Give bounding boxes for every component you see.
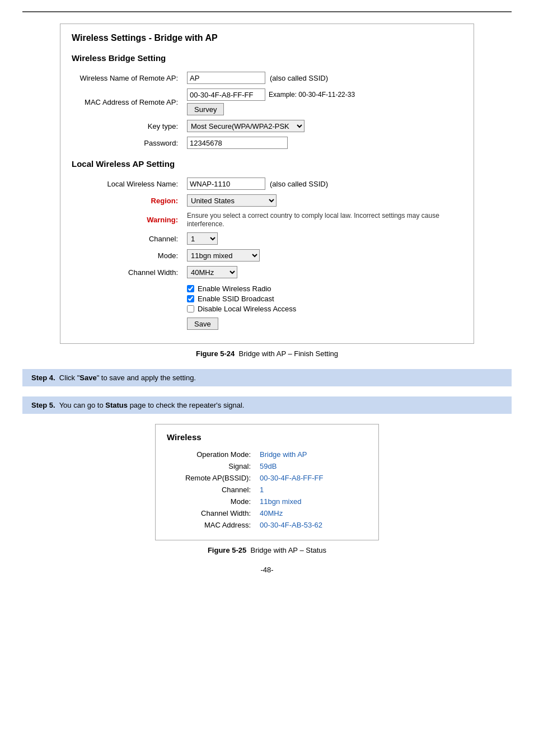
- password-input[interactable]: [187, 137, 288, 149]
- status-table: Operation Mode: Bridge with AP Signal: 5…: [167, 449, 367, 531]
- key-type-label: Key type:: [72, 118, 184, 134]
- channel-row: Channel: 1: [72, 230, 462, 247]
- key-type-select[interactable]: Most Secure(WPA/WPA2-PSK: [187, 120, 305, 132]
- channel-select[interactable]: 1: [187, 232, 218, 245]
- disable-local-wireless-checkbox[interactable]: [187, 305, 194, 312]
- status-label-5: Channel Width:: [167, 507, 256, 519]
- wireless-name-row: Wireless Name of Remote AP: (also called…: [72, 69, 462, 86]
- status-value-4: 11bgn mixed: [256, 496, 367, 507]
- region-row: Region: United States: [72, 192, 462, 209]
- local-name-input[interactable]: [187, 178, 265, 190]
- enable-wireless-radio-label: Enable Wireless Radio: [198, 284, 271, 293]
- local-section-title: Local Wireless AP Setting: [72, 159, 462, 169]
- wireless-name-label: Wireless Name of Remote AP:: [72, 69, 184, 86]
- ap-input-row: (also called SSID): [187, 72, 459, 84]
- status-label-6: MAC Address:: [167, 519, 256, 531]
- step5-text: You can go to Status page to check the r…: [59, 401, 245, 409]
- figure-25-desc: Bridge with AP – Status: [250, 546, 326, 554]
- channel-width-select[interactable]: 40MHz: [187, 266, 237, 278]
- status-value-1: 59dB: [256, 460, 367, 472]
- channel-value-cell: 1: [184, 230, 462, 247]
- local-name-hint: (also called SSID): [270, 180, 328, 188]
- status-value-2: 00-30-4F-A8-FF-FF: [256, 472, 367, 484]
- survey-button[interactable]: Survey: [187, 103, 224, 115]
- enable-ssid-row: Enable SSID Broadcast: [187, 295, 459, 303]
- step4-text: Click "Save" to save and apply the setti…: [59, 374, 196, 382]
- local-name-input-row: (also called SSID): [187, 178, 459, 190]
- mode-label: Mode:: [72, 247, 184, 264]
- warning-row: Warning: Ensure you select a correct cou…: [72, 209, 462, 230]
- bridge-form-table: Wireless Name of Remote AP: (also called…: [72, 69, 462, 151]
- figure-24-label: Figure 5-24: [196, 349, 235, 358]
- page-number: -48-: [22, 566, 512, 574]
- settings-title: Wireless Settings - Bridge with AP: [72, 33, 462, 43]
- status-row-2: Remote AP(BSSID): 00-30-4F-A8-FF-FF: [167, 472, 367, 484]
- channel-width-row: Channel Width: 40MHz: [72, 264, 462, 281]
- enable-wireless-radio-checkbox[interactable]: [187, 285, 194, 292]
- enable-wireless-row: Enable Wireless Radio Enable SSID Broadc…: [72, 281, 462, 332]
- disable-local-wireless-label: Disable Local Wireless Access: [198, 305, 296, 313]
- save-button[interactable]: Save: [187, 318, 218, 330]
- status-label-3: Channel:: [167, 484, 256, 496]
- save-btn-container: Save: [187, 318, 459, 330]
- mode-row: Mode: 11bgn mixed: [72, 247, 462, 264]
- step5-status-bold: Status: [105, 401, 128, 409]
- enable-ssid-label: Enable SSID Broadcast: [198, 295, 274, 303]
- status-row-4: Mode: 11bgn mixed: [167, 496, 367, 507]
- status-label-0: Operation Mode:: [167, 449, 256, 460]
- step5-label: Step 5.: [31, 401, 55, 409]
- key-type-value-cell: Most Secure(WPA/WPA2-PSK: [184, 118, 462, 134]
- status-row-1: Signal: 59dB: [167, 460, 367, 472]
- channel-width-label: Channel Width:: [72, 264, 184, 281]
- warning-label: Warning:: [72, 209, 184, 230]
- enable-ssid-checkbox[interactable]: [187, 295, 194, 302]
- mode-value-cell: 11bgn mixed: [184, 247, 462, 264]
- password-label: Password:: [72, 134, 184, 151]
- status-value-5: 40MHz: [256, 507, 367, 519]
- warning-value-cell: Ensure you select a correct country to c…: [184, 209, 462, 230]
- enable-wireless-value-cell: Enable Wireless Radio Enable SSID Broadc…: [184, 281, 462, 332]
- wireless-bridge-section-title: Wireless Bridge Setting: [72, 53, 462, 63]
- settings-box: Wireless Settings - Bridge with AP Wirel…: [60, 24, 474, 344]
- warning-text: Ensure you select a correct country to c…: [187, 212, 439, 228]
- status-box-title: Wireless: [167, 432, 367, 442]
- status-label-4: Mode:: [167, 496, 256, 507]
- enable-wireless-spacer: [72, 281, 184, 332]
- step4-save-bold: Save: [79, 374, 96, 382]
- status-row-6: MAC Address: 00-30-4F-AB-53-62: [167, 519, 367, 531]
- figure-24-desc: Bridge with AP – Finish Setting: [239, 349, 339, 358]
- wireless-name-hint: (also called SSID): [270, 74, 328, 82]
- status-label-1: Signal:: [167, 460, 256, 472]
- local-name-value-cell: (also called SSID): [184, 175, 462, 192]
- status-value-3: 1: [256, 484, 367, 496]
- region-value-cell: United States: [184, 192, 462, 209]
- password-row: Password:: [72, 134, 462, 151]
- status-value-6: 00-30-4F-AB-53-62: [256, 519, 367, 531]
- status-box: Wireless Operation Mode: Bridge with AP …: [155, 424, 379, 540]
- status-row-5: Channel Width: 40MHz: [167, 507, 367, 519]
- region-label: Region:: [72, 192, 184, 209]
- wireless-name-value-cell: (also called SSID): [184, 69, 462, 86]
- figure-24-caption: Figure 5-24 Bridge with AP – Finish Sett…: [22, 349, 512, 358]
- enable-wireless-radio-row: Enable Wireless Radio: [187, 284, 459, 293]
- step4-row: Step 4. Click "Save" to save and apply t…: [22, 369, 512, 386]
- step5-row: Step 5. You can go to Status page to che…: [22, 396, 512, 414]
- password-value-cell: [184, 134, 462, 151]
- channel-label: Channel:: [72, 230, 184, 247]
- mode-select[interactable]: 11bgn mixed: [187, 249, 260, 262]
- mac-input[interactable]: [187, 88, 265, 101]
- figure-25-caption: Figure 5-25 Bridge with AP – Status: [22, 546, 512, 554]
- local-name-label: Local Wireless Name:: [72, 175, 184, 192]
- figure-25-label: Figure 5-25: [208, 546, 246, 554]
- mac-address-row: MAC Address of Remote AP: Example: 00-30…: [72, 86, 462, 118]
- status-row-3: Channel: 1: [167, 484, 367, 496]
- status-value-0: Bridge with AP: [256, 449, 367, 460]
- status-row-0: Operation Mode: Bridge with AP: [167, 449, 367, 460]
- mac-value-cell: Example: 00-30-4F-11-22-33 Survey: [184, 86, 462, 118]
- status-label-2: Remote AP(BSSID):: [167, 472, 256, 484]
- local-form-table: Local Wireless Name: (also called SSID) …: [72, 175, 462, 332]
- key-type-row: Key type: Most Secure(WPA/WPA2-PSK: [72, 118, 462, 134]
- region-select[interactable]: United States: [187, 194, 277, 207]
- wireless-name-input[interactable]: [187, 72, 265, 84]
- channel-width-value-cell: 40MHz: [184, 264, 462, 281]
